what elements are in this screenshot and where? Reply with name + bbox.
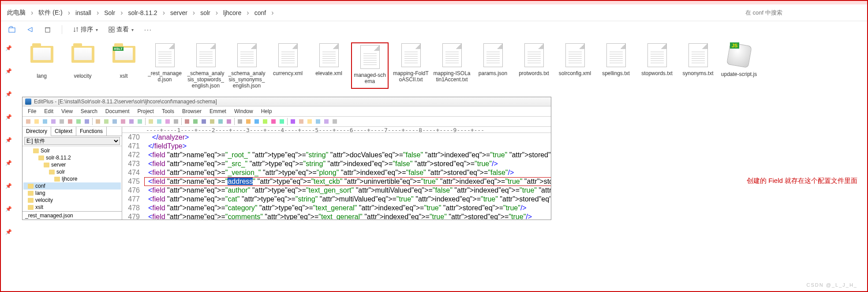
tree-item[interactable]: ljhcore (23, 175, 121, 182)
toolbar-icon[interactable] (183, 118, 191, 125)
tree-item[interactable]: xslt (23, 204, 121, 211)
search-box[interactable] (740, 8, 864, 18)
toolbar-icon[interactable] (41, 118, 49, 125)
menu-help[interactable]: Help (258, 107, 276, 115)
toolbar-icon[interactable] (191, 118, 199, 125)
code-area[interactable]: ----+----1----+----2----+----3----+----4… (122, 127, 551, 220)
breadcrumb-item[interactable]: install (73, 9, 94, 16)
side-tab-cliptext[interactable]: Cliptext (51, 127, 76, 136)
code-text[interactable]: <field "attr">name"eq">="category" "attr… (144, 204, 551, 212)
menu-document[interactable]: Document (102, 107, 133, 115)
toolbar-icon[interactable] (127, 118, 135, 125)
code-line[interactable]: 473 <field "attr">name"eq">="_src_" "att… (122, 159, 551, 168)
code-text[interactable]: <field "attr">name"eq">="_version_" "att… (144, 168, 551, 177)
sort-button[interactable]: 排序▾ (71, 24, 100, 35)
pin-icon[interactable]: 📌 (5, 160, 12, 166)
code-line[interactable]: 477 <field "attr">name"eq">="cat" "attr"… (122, 195, 551, 204)
code-line[interactable]: 479 <field "attr">name"eq">="comments" "… (122, 212, 551, 220)
toolbar-icon[interactable] (314, 118, 322, 125)
filename-row[interactable]: _rest_managed.json (22, 211, 122, 220)
file-item[interactable]: params.json (474, 42, 512, 89)
file-item[interactable]: elevate.xml (310, 42, 348, 89)
file-item[interactable]: mapping-ISOLatin1Accent.txt (433, 42, 471, 89)
code-text[interactable]: <field "attr">name"eq">="cat" "attr">typ… (144, 195, 551, 204)
tree-item[interactable]: lang (23, 190, 121, 197)
breadcrumb-item[interactable]: solr (198, 9, 213, 16)
code-line[interactable]: 474 <field "attr">name"eq">="_version_" … (122, 168, 551, 177)
breadcrumb-item[interactable]: 软件 (E:) (36, 9, 65, 17)
toolbar-icon[interactable] (155, 118, 163, 125)
code-text[interactable]: <field "attr">name"eq">="address" "attr"… (144, 177, 551, 186)
toolbar-icon[interactable] (278, 118, 286, 125)
more-icon[interactable]: ··· (142, 24, 154, 35)
code-line[interactable]: 470 </analyzer> (122, 133, 551, 142)
file-item[interactable]: JSupdate-script.js (720, 42, 758, 89)
file-item[interactable]: mapping-FoldToASCII.txt (392, 42, 430, 89)
pin-icon[interactable]: 📌 (5, 68, 12, 74)
menu-view[interactable]: View (58, 107, 76, 115)
toolbar-icon[interactable] (136, 118, 144, 125)
toolbar-icon[interactable] (24, 118, 32, 125)
code-text[interactable]: <field "attr">name"eq">="author" "attr">… (144, 186, 551, 195)
toolbar-icon[interactable] (322, 118, 330, 125)
toolbar-icon[interactable] (200, 118, 208, 125)
menu-project[interactable]: Project (134, 107, 157, 115)
search-input[interactable] (745, 9, 858, 16)
code-line[interactable]: 478 <field "attr">name"eq">="category" "… (122, 204, 551, 212)
file-item[interactable]: velocity (64, 42, 101, 89)
drive-select[interactable]: E:] 软件 (24, 137, 120, 145)
editor-titlebar[interactable]: EditPlus - [E:\install\Solr\solr-8.11.2\… (22, 97, 551, 106)
side-tab-directory[interactable]: Directory (22, 127, 51, 136)
code-text[interactable]: <field "attr">name"eq">="comments" "attr… (144, 212, 551, 220)
toolbar-icon[interactable] (147, 118, 155, 125)
toolbar-icon[interactable] (306, 118, 314, 125)
file-item[interactable]: lang (23, 42, 60, 89)
breadcrumb-item[interactable]: server (168, 9, 190, 16)
tree-item[interactable]: velocity (23, 197, 121, 204)
breadcrumb-item[interactable]: conf (252, 9, 269, 16)
toolbar-icon[interactable] (172, 118, 180, 125)
tree-item[interactable]: solr-8.11.2 (23, 154, 121, 161)
share-icon[interactable] (25, 24, 35, 35)
toolbar-icon[interactable] (75, 118, 82, 125)
tree-item[interactable]: conf (23, 182, 121, 190)
breadcrumb-item[interactable]: 此电脑 (4, 9, 28, 17)
toolbar-icon[interactable] (33, 118, 41, 125)
side-tab-functions[interactable]: Functions (76, 127, 107, 136)
toolbar-icon[interactable] (269, 118, 277, 125)
pin-icon[interactable]: 📌 (5, 137, 12, 143)
toolbar-icon[interactable] (217, 118, 224, 125)
toolbar-icon[interactable] (289, 118, 297, 125)
toolbar-icon[interactable] (208, 118, 216, 125)
menu-tools[interactable]: Tools (158, 107, 178, 115)
toolbar-icon[interactable] (225, 118, 233, 125)
pin-icon[interactable]: 📌 (5, 206, 12, 212)
code-line[interactable]: 476 <field "attr">name"eq">="author" "at… (122, 186, 551, 195)
toolbar-icon[interactable] (261, 118, 269, 125)
menu-edit[interactable]: Edit (41, 107, 57, 115)
pin-icon[interactable]: 📌 (5, 45, 12, 51)
file-item[interactable]: protwords.txt (515, 42, 553, 89)
menu-window[interactable]: Window (231, 107, 257, 115)
code-text[interactable]: </fieldType> (144, 142, 551, 151)
toolbar-icon[interactable] (236, 118, 244, 125)
file-item[interactable]: currency.xml (269, 42, 307, 89)
menu-browser[interactable]: Browser (179, 107, 205, 115)
file-item[interactable]: _rest_managed.json (146, 42, 183, 89)
file-item[interactable]: XSLTxslt (105, 42, 142, 89)
drive-selector[interactable]: E:] 软件 (22, 136, 122, 146)
code-text[interactable]: </analyzer> (144, 133, 551, 142)
toolbar-icon[interactable] (164, 118, 172, 125)
menu-emmet[interactable]: Emmet (206, 107, 230, 115)
toolbar-icon[interactable] (253, 118, 261, 125)
toolbar-icon[interactable] (49, 118, 57, 125)
pin-icon[interactable]: 📌 (5, 91, 12, 97)
toolbar-icon[interactable] (83, 118, 91, 125)
file-item[interactable]: _schema_analysis_synonyms_english.json (228, 42, 266, 89)
pin-icon[interactable]: 📌 (5, 114, 12, 120)
tree-item[interactable]: solr (23, 168, 121, 175)
tree-item[interactable]: Solr (23, 147, 121, 154)
code-line[interactable]: 471 </fieldType> (122, 142, 551, 151)
toolbar-icon[interactable] (297, 118, 305, 125)
toolbar-icon[interactable] (94, 118, 102, 125)
